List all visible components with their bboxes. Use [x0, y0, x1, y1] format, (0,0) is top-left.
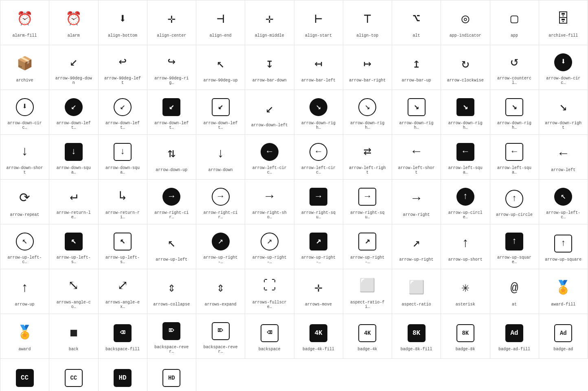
icon-cell-arrow-repeat[interactable]: ⟳arrow-repeat — [0, 180, 49, 224]
icon-cell-arrow-right-circle[interactable]: →arrow-right-cir… — [196, 180, 245, 224]
icon-cell-arrows-angle-expand[interactable]: ⤢arrows-angle-ex… — [99, 269, 147, 314]
icon-cell-arrow-bar-right[interactable]: ↦arrow-bar-right — [343, 45, 392, 90]
icon-cell-arrow-left-circle-fill[interactable]: ←arrow-left-circ… — [245, 135, 294, 180]
icon-cell-arrow-90deg-left[interactable]: ↩arrow-90deg-left — [99, 45, 147, 90]
icon-cell-arrow-right-short[interactable]: →arrow-right-sho… — [245, 180, 294, 224]
icon-cell-archive-fill[interactable]: 🗄archive-fill — [539, 0, 588, 45]
icon-cell-arrows-move[interactable]: ✛arrows-move — [294, 269, 343, 314]
icon-cell-award-fill[interactable]: 🏅award-fill — [539, 269, 588, 314]
icon-cell-asterisk[interactable]: ✳asterisk — [441, 269, 490, 314]
icon-cell-arrow-counterclockwise[interactable]: ↺arrow-countercl… — [490, 45, 539, 90]
icon-cell-arrow-left-square[interactable]: ←arrow-left-squa… — [490, 135, 539, 180]
icon-cell-arrow-down-square-fill[interactable]: ↓arrow-down-squa… — [49, 135, 98, 180]
icon-cell-aspect-ratio[interactable]: ⬜aspect-ratio — [392, 269, 441, 314]
icon-cell-badge-ad[interactable]: Adbadge-ad — [539, 314, 588, 359]
icon-cell-arrow-up-right-circle-fill[interactable]: ↗arrow-up-right-… — [196, 224, 245, 269]
icon-cell-badge-8k[interactable]: 8Kbadge-8k — [441, 314, 490, 359]
icon-cell-arrow-clockwise[interactable]: ↻arrow-clockwise — [441, 45, 490, 90]
icon-cell-arrow-90deg-up[interactable]: ↖arrow-90deg-up — [196, 45, 245, 90]
icon-cell-arrow-left-circle[interactable]: ←arrow-left-circ… — [294, 135, 343, 180]
icon-cell-arrow-down[interactable]: ↓arrow-down — [196, 135, 245, 180]
icon-cell-arrow-down-square[interactable]: ↓arrow-down-squa… — [99, 135, 147, 180]
icon-cell-archive[interactable]: 📦archive — [0, 45, 49, 90]
icon-cell-arrow-up-left-circle-fill[interactable]: ↖arrow-up-left-c… — [539, 180, 588, 224]
icon-cell-backspace-reverse[interactable]: ⌦backspace-rever… — [196, 314, 245, 359]
icon-cell-arrow-90deg-right[interactable]: ↪arrow-90deg-rig… — [147, 45, 196, 90]
icon-cell-align-end[interactable]: ⊣align-end — [196, 0, 245, 45]
icon-cell-arrow-up-circle-fill[interactable]: ↑arrow-up-circle… — [441, 180, 490, 224]
icon-cell-at[interactable]: @at — [490, 269, 539, 314]
icon-cell-arrow-down-right-square[interactable]: ↘arrow-down-righ… — [392, 90, 441, 135]
icon-cell-arrow-up-right-circle[interactable]: ↗arrow-up-right-… — [245, 224, 294, 269]
icon-cell-arrow-down-circle-fill[interactable]: ⬇arrow-down-circ… — [539, 45, 588, 90]
icon-cell-align-start[interactable]: ⊢align-start — [294, 0, 343, 45]
icon-cell-arrow-down-left[interactable]: ↙arrow-down-left — [245, 90, 294, 135]
icon-cell-arrow-down-right-square-fill[interactable]: ↘arrow-down-righ… — [441, 90, 490, 135]
icon-cell-arrows-angle-contract[interactable]: ⤡arrows-angle-co… — [49, 269, 98, 314]
icon-cell-align-center[interactable]: ✛align-center — [147, 0, 196, 45]
icon-cell-align-middle[interactable]: ✛align-middle — [245, 0, 294, 45]
icon-cell-arrow-up-right-square-fill[interactable]: ↗arrow-up-right-… — [294, 224, 343, 269]
icon-cell-backspace-fill[interactable]: ⌫backspace-fill — [99, 314, 147, 359]
icon-cell-align-bottom[interactable]: ⬇align-bottom — [99, 0, 147, 45]
icon-cell-alarm[interactable]: ⏰alarm — [49, 0, 98, 45]
icon-cell-arrow-bar-up[interactable]: ↥arrow-bar-up — [392, 45, 441, 90]
icon-cell-badge-ad-fill[interactable]: Adbadge-ad-fill — [490, 314, 539, 359]
icon-cell-arrow-up-left-square[interactable]: ↖arrow-up-left-s… — [99, 224, 147, 269]
icon-cell-arrow-left[interactable]: ←arrow-left — [539, 135, 588, 180]
icon-cell-arrow-left-right[interactable]: ⇄arrow-left-right — [343, 135, 392, 180]
icon-cell-arrow-down-right-square2[interactable]: ↘arrow-down-righ… — [490, 90, 539, 135]
icon-cell-arrow-up-left-circle[interactable]: ↖arrow-up-left-c… — [0, 224, 49, 269]
icon-cell-aspect-ratio-fill[interactable]: ⬜aspect-ratio-fi… — [343, 269, 392, 314]
icon-cell-badge-8k-fill[interactable]: 8Kbadge-8k-fill — [392, 314, 441, 359]
icon-cell-arrow-up-square-fill[interactable]: ↑arrow-up-square… — [490, 224, 539, 269]
icon-cell-badge-hd-fill[interactable]: HDbadge-hd-fill — [99, 359, 147, 391]
icon-cell-arrow-down-left-circle[interactable]: ↙arrow-down-left… — [99, 90, 147, 135]
icon-cell-badge-4k[interactable]: 4Kbadge-4k — [343, 314, 392, 359]
icon-cell-arrow-up-right[interactable]: ↗arrow-up-right — [392, 224, 441, 269]
icon-cell-badge-cc-fill[interactable]: CCbadge-cc-fill — [0, 359, 49, 391]
icon-cell-arrow-left-short[interactable]: ←arrow-left-short — [392, 135, 441, 180]
icon-cell-alarm-fill[interactable]: ⏰alarm-fill — [0, 0, 49, 45]
icon-cell-arrow-bar-left[interactable]: ↤arrow-bar-left — [294, 45, 343, 90]
icon-cell-arrows-expand[interactable]: ⇕arrows-expand — [196, 269, 245, 314]
icon-cell-arrow-up-short[interactable]: ↑arrow-up-short — [441, 224, 490, 269]
icon-cell-arrows-collapse[interactable]: ⇕arrows-collapse — [147, 269, 196, 314]
icon-cell-arrow-down-left-circle-fill[interactable]: ↙arrow-down-left… — [49, 90, 98, 135]
icon-cell-arrow-down-circle[interactable]: ⬇arrow-down-circ… — [0, 90, 49, 135]
icon-cell-badge-4k-fill[interactable]: 4Kbadge-4k-fill — [294, 314, 343, 359]
icon-cell-backspace-reverse-fill[interactable]: ⌦backspace-rever… — [147, 314, 196, 359]
icon-cell-arrow-right-square-fill[interactable]: →arrow-right-squ… — [294, 180, 343, 224]
icon-cell-arrow-down-left-square-fill[interactable]: ↙arrow-down-left… — [147, 90, 196, 135]
icon-cell-arrow-up-left-square-fill[interactable]: ↖arrow-up-left-s… — [49, 224, 98, 269]
icon-cell-arrow-down-short[interactable]: ↓arrow-down-short — [0, 135, 49, 180]
icon-cell-arrow-down-up[interactable]: ⇅arrow-down-up — [147, 135, 196, 180]
icon-cell-arrow-up[interactable]: ↑arrow-up — [0, 269, 49, 314]
icon-cell-alt[interactable]: ⌥alt — [392, 0, 441, 45]
icon-cell-arrow-up-left[interactable]: ↖arrow-up-left — [147, 224, 196, 269]
icon-cell-arrow-right-circle-fill[interactable]: →arrow-right-cir… — [147, 180, 196, 224]
icon-cell-arrow-down-left-square[interactable]: ↙arrow-down-left… — [196, 90, 245, 135]
icon-cell-arrow-up-right-square[interactable]: ↗arrow-up-right-… — [343, 224, 392, 269]
icon-cell-app[interactable]: ▢app — [490, 0, 539, 45]
icon-cell-back[interactable]: ◼back — [49, 314, 98, 359]
icon-cell-arrow-left-square-fill[interactable]: ←arrow-left-squa… — [441, 135, 490, 180]
icon-cell-arrow-bar-down[interactable]: ↧arrow-bar-down — [245, 45, 294, 90]
icon-cell-arrow-right[interactable]: →arrow-right — [392, 180, 441, 224]
icon-cell-arrow-right-square[interactable]: →arrow-right-squ… — [343, 180, 392, 224]
icon-cell-arrow-down-right[interactable]: ↘arrow-down-right — [539, 90, 588, 135]
icon-cell-arrow-return-right[interactable]: ↳arrow-return-ri… — [99, 180, 147, 224]
icon-cell-align-top[interactable]: ⊤align-top — [343, 0, 392, 45]
icon-cell-arrow-down-right-circle[interactable]: ↘arrow-down-righ… — [343, 90, 392, 135]
icon-cell-badge-hd[interactable]: HDbadge-hd — [147, 359, 196, 391]
icon-cell-arrows-fullscreen[interactable]: ⛶arrows-fullscre… — [245, 269, 294, 314]
icon-cell-badge-cc[interactable]: CCbadge-cc — [49, 359, 98, 391]
icon-cell-arrow-90deg-down[interactable]: ↙arrow-90deg-down — [49, 45, 98, 90]
icon-cell-arrow-up-square[interactable]: ↑arrow-up-square — [539, 224, 588, 269]
icon-cell-arrow-return-left[interactable]: ↵arrow-return-le… — [49, 180, 98, 224]
icon-cell-arrow-up-circle[interactable]: ↑arrow-up-circle — [490, 180, 539, 224]
icon-cell-backspace[interactable]: ⌫backspace — [245, 314, 294, 359]
icon-cell-award[interactable]: 🏅award — [0, 314, 49, 359]
icon-cell-arrow-down-right-circle-fill[interactable]: ↘arrow-down-righ… — [294, 90, 343, 135]
icon-cell-app-indicator[interactable]: ◎app-indicator — [441, 0, 490, 45]
